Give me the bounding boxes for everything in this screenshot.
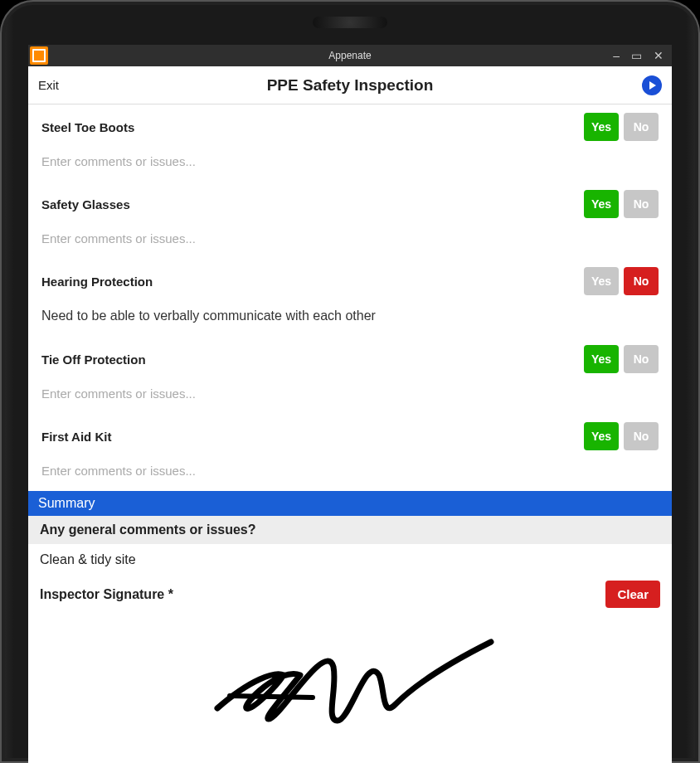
no-button[interactable]: No <box>624 267 659 295</box>
clear-signature-button[interactable]: Clear <box>605 581 660 608</box>
item-label: Safety Glasses <box>41 197 130 211</box>
comment-row: Need to be able to verbally communicate … <box>28 300 672 337</box>
comment-input[interactable] <box>41 382 659 406</box>
app-screen: Appenate – ▭ ✕ Exit PPE Safety Inspectio… <box>28 45 672 763</box>
checklist-item: Hearing Protection Yes No <box>28 259 672 300</box>
checklist-item: Steel Toe Boots Yes No <box>28 104 672 146</box>
yes-no-group: Yes No <box>584 267 659 295</box>
no-button[interactable]: No <box>624 113 659 141</box>
item-label: Hearing Protection <box>41 275 153 289</box>
window-titlebar: Appenate – ▭ ✕ <box>28 45 672 66</box>
yes-no-group: Yes No <box>584 113 659 141</box>
yes-no-group: Yes No <box>584 190 659 218</box>
app-logo-icon <box>30 46 48 65</box>
comment-input[interactable] <box>41 149 659 173</box>
checklist-item: First Aid Kit Yes No <box>28 414 672 455</box>
signature-label: Inspector Signature * <box>40 587 173 602</box>
comment-row <box>28 378 672 414</box>
general-comments-label: Any general comments or issues? <box>28 516 672 544</box>
no-button[interactable]: No <box>624 422 659 450</box>
exit-button[interactable]: Exit <box>38 78 59 92</box>
item-label: Steel Toe Boots <box>41 120 134 134</box>
signature-row: Inspector Signature * Clear <box>28 576 672 613</box>
window-title: Appenate <box>328 50 371 61</box>
tablet-frame: Appenate – ▭ ✕ Exit PPE Safety Inspectio… <box>0 0 700 763</box>
comment-row <box>28 223 672 259</box>
checklist-item: Safety Glasses Yes No <box>28 182 672 223</box>
comment-value[interactable]: Need to be able to verbally communicate … <box>41 304 659 328</box>
form-content: Steel Toe Boots Yes No Safety Glasses Ye… <box>28 104 672 763</box>
checklist-item: Tie Off Protection Yes No <box>28 337 672 378</box>
comment-row <box>28 146 672 182</box>
page-title: PPE Safety Inspection <box>267 76 434 95</box>
summary-section-header: Summary <box>28 491 672 516</box>
item-label: First Aid Kit <box>41 430 111 444</box>
app-header: Exit PPE Safety Inspection <box>28 66 672 104</box>
yes-no-group: Yes No <box>584 345 659 373</box>
comment-row <box>28 455 672 491</box>
comment-input[interactable] <box>41 459 659 483</box>
signature-ink-icon <box>201 629 499 737</box>
arrow-right-icon <box>648 79 656 92</box>
yes-button[interactable]: Yes <box>584 422 619 450</box>
no-button[interactable]: No <box>624 190 659 218</box>
yes-no-group: Yes No <box>584 422 659 450</box>
yes-button[interactable]: Yes <box>584 345 619 373</box>
yes-button[interactable]: Yes <box>584 190 619 218</box>
next-button[interactable] <box>642 75 662 95</box>
signature-canvas[interactable] <box>28 613 672 754</box>
tablet-camera <box>313 17 387 28</box>
window-controls: – ▭ ✕ <box>613 49 672 62</box>
minimize-icon[interactable]: – <box>613 49 620 62</box>
item-label: Tie Off Protection <box>41 352 146 367</box>
close-icon[interactable]: ✕ <box>654 49 664 62</box>
general-comments-value[interactable]: Clean & tidy site <box>28 544 672 576</box>
yes-button[interactable]: Yes <box>584 113 619 141</box>
no-button[interactable]: No <box>624 345 659 373</box>
yes-button[interactable]: Yes <box>584 267 619 295</box>
maximize-icon[interactable]: ▭ <box>631 49 642 62</box>
comment-input[interactable] <box>41 226 659 250</box>
